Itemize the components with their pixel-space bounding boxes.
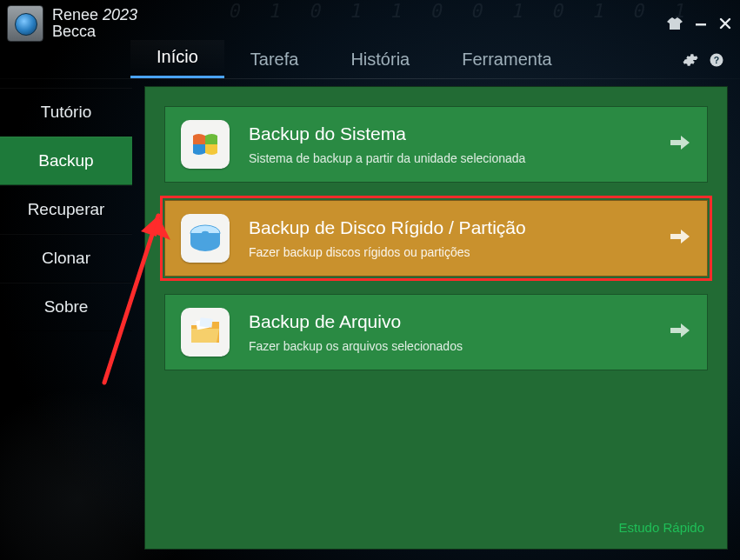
gear-icon[interactable] xyxy=(683,52,698,71)
card-system-backup[interactable]: Backup do Sistema Sistema de backup a pa… xyxy=(164,106,708,183)
titlebar: Renee 2023 Becca xyxy=(0,0,740,43)
body: Tutório Backup Recuperar Clonar Sobre xyxy=(0,79,740,560)
svg-text:?: ? xyxy=(714,55,719,65)
app-window: 0 1 0 1 1 0 0 1 0 1 0 1 1 0 1 0 0 1 0 1 … xyxy=(0,0,740,560)
quick-study-link[interactable]: Estudo Rápido xyxy=(616,515,708,537)
folder-icon xyxy=(181,308,230,357)
window-controls xyxy=(667,17,731,30)
tab-inicio[interactable]: Início xyxy=(130,40,224,78)
top-tabs: Início Tarefa História Ferramenta ? xyxy=(0,43,740,78)
sidebar-item-sobre[interactable]: Sobre xyxy=(0,283,132,331)
close-icon[interactable] xyxy=(719,17,731,30)
skin-icon[interactable] xyxy=(667,17,683,30)
sidebar: Tutório Backup Recuperar Clonar Sobre xyxy=(0,79,132,560)
sidebar-item-backup[interactable]: Backup xyxy=(0,137,132,185)
help-icon[interactable]: ? xyxy=(709,52,724,71)
app-title-prefix: Renee xyxy=(52,6,103,23)
windows-flag-icon xyxy=(181,120,230,169)
svg-point-4 xyxy=(202,231,209,235)
app-title-sub: Becca xyxy=(52,23,137,40)
main-panel: Backup do Sistema Sistema de backup a pa… xyxy=(144,86,728,550)
sidebar-item-clonar[interactable]: Clonar xyxy=(0,234,132,283)
card-disk-backup[interactable]: Backup de Disco Rígido / Partição Fazer … xyxy=(164,200,708,277)
minimize-icon[interactable] xyxy=(695,17,707,30)
card-disk-title: Backup de Disco Rígido / Partição xyxy=(249,217,526,238)
tab-ferramenta[interactable]: Ferramenta xyxy=(436,43,577,78)
arrow-right-icon xyxy=(670,323,690,342)
app-title-year: 2023 xyxy=(103,6,137,23)
tab-historia[interactable]: História xyxy=(324,43,436,78)
sidebar-item-recuperar[interactable]: Recuperar xyxy=(0,185,132,234)
card-file-backup[interactable]: Backup de Arquivo Fazer backup os arquiv… xyxy=(164,294,708,370)
arrow-right-icon xyxy=(670,229,690,248)
card-system-subtitle: Sistema de backup a partir da unidade se… xyxy=(249,151,525,165)
tab-tarefa[interactable]: Tarefa xyxy=(224,43,325,78)
sidebar-item-tutorio[interactable]: Tutório xyxy=(0,88,132,137)
app-title: Renee 2023 Becca xyxy=(52,7,137,40)
svg-rect-0 xyxy=(696,23,706,26)
card-disk-subtitle: Fazer backup discos rígidos ou partições xyxy=(249,245,526,259)
svg-rect-6 xyxy=(200,317,213,327)
card-system-title: Backup do Sistema xyxy=(249,123,525,144)
arrow-right-icon xyxy=(670,135,690,154)
card-file-title: Backup de Arquivo xyxy=(249,311,463,332)
card-file-subtitle: Fazer backup os arquivos selecionados xyxy=(249,339,463,353)
app-logo-icon xyxy=(7,5,43,42)
hard-disk-icon xyxy=(181,214,230,263)
